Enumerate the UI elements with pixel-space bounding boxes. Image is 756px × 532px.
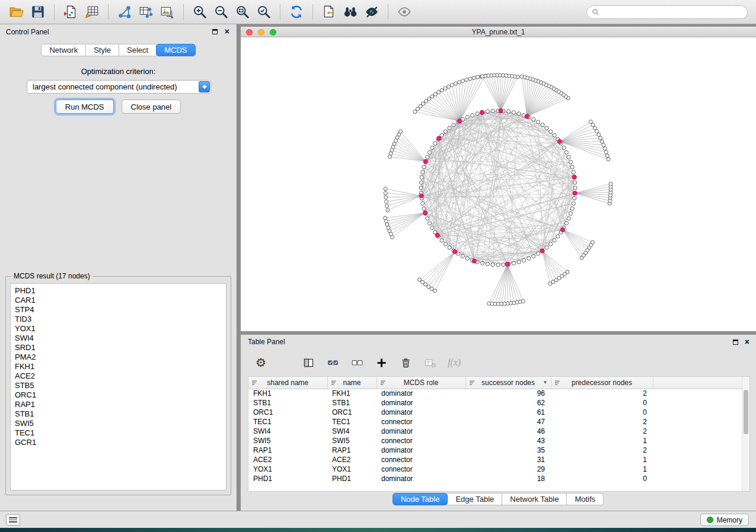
mcds-result-item[interactable]: STB1 <box>11 409 226 419</box>
table-row[interactable]: ORC1ORC1dominator610 <box>248 408 744 417</box>
close-panel-icon[interactable]: × <box>225 26 229 37</box>
import-network-button[interactable] <box>60 2 81 22</box>
import-table-button[interactable] <box>81 2 103 22</box>
table-panel-title: Table Panel <box>248 338 285 346</box>
table-row[interactable]: STB1STB1dominator620 <box>248 398 744 408</box>
mcds-result-item[interactable]: PHD1 <box>11 286 226 296</box>
zoom-out-button[interactable] <box>210 2 232 22</box>
column-header-mcds-role[interactable]: MCDS role <box>377 377 465 389</box>
tab-network[interactable]: Network <box>41 44 86 56</box>
column-header-name[interactable]: name <box>327 377 377 389</box>
refresh-layout-button[interactable] <box>286 2 307 22</box>
table-scrollbar[interactable] <box>742 377 749 491</box>
zoom-fit-button[interactable] <box>232 2 253 22</box>
table-row[interactable]: TEC1TEC1connector472 <box>248 417 744 427</box>
search-box[interactable] <box>586 5 748 19</box>
mcds-result-item[interactable]: SWI4 <box>11 334 226 343</box>
mcds-result-item[interactable]: SWI5 <box>11 419 226 428</box>
tab-style[interactable]: Style <box>86 44 119 56</box>
run-mcds-button[interactable]: Run MCDS <box>56 100 114 114</box>
network-window-title: YPA_prune.txt_1 <box>241 28 756 36</box>
network-from-table-button[interactable] <box>135 2 157 22</box>
table-row[interactable]: FKH1FKH1dominator962 <box>248 389 744 398</box>
tab-motifs[interactable]: Motifs <box>567 493 604 505</box>
tab-network-table[interactable]: Network Table <box>502 493 567 505</box>
close-panel-button[interactable]: Close panel <box>122 100 181 114</box>
graphics-details-icon <box>364 4 379 20</box>
mcds-result-item[interactable]: TID3 <box>11 315 226 324</box>
column-header-shared-name[interactable]: shared name <box>248 377 327 389</box>
tab-node-table[interactable]: Node Table <box>393 493 448 505</box>
cell-predecessor-nodes: 0 <box>551 408 653 417</box>
criterion-dropdown[interactable]: largest connected component (undirected) <box>27 80 211 94</box>
column-header-successor-nodes[interactable]: successor nodes▼ <box>465 377 551 389</box>
mcds-result-item[interactable]: CAR1 <box>11 296 226 305</box>
table-row[interactable]: ACE2ACE2connector311 <box>248 455 744 464</box>
panel-toggle-button[interactable] <box>6 514 20 525</box>
zoom-selected-button[interactable] <box>253 2 275 22</box>
mcds-result-item[interactable]: YOX1 <box>11 324 226 334</box>
mcds-result-item[interactable]: FKH1 <box>11 362 226 371</box>
search-input[interactable] <box>602 8 742 17</box>
mcds-result-item[interactable]: GCR1 <box>11 438 226 447</box>
mcds-result-item[interactable]: TEC1 <box>11 428 226 438</box>
network-from-table-icon <box>138 4 154 20</box>
annotation-button[interactable] <box>318 2 340 22</box>
mcds-result-item[interactable]: ORC1 <box>11 390 226 400</box>
close-table-panel-icon[interactable]: × <box>745 336 749 347</box>
tab-select[interactable]: Select <box>119 44 157 56</box>
tab-edge-table[interactable]: Edge Table <box>448 493 502 505</box>
table-row[interactable]: PHD1PHD1dominator180 <box>248 474 744 483</box>
cell-mcds-role: dominator <box>377 474 465 483</box>
cell-name: RAP1 <box>327 446 377 455</box>
gear-icon: ⚙ <box>256 356 266 369</box>
cell-name: YOX1 <box>327 464 377 474</box>
scrollbar-thumb[interactable] <box>744 390 748 434</box>
new-network-button[interactable] <box>114 2 135 22</box>
search-icon <box>592 8 599 16</box>
mcds-result-item[interactable]: SRD1 <box>11 343 226 352</box>
mcds-result-list[interactable]: PHD1CAR1STP4TID3YOX1SWI4SRD1PMA2FKH1ACE2… <box>10 283 227 491</box>
mcds-result-item[interactable]: STB5 <box>11 381 226 390</box>
cell-name: PHD1 <box>327 474 377 483</box>
show-graphics-button[interactable] <box>361 2 382 22</box>
import-table-icon <box>84 4 100 20</box>
toolbar-separator <box>388 4 388 20</box>
import-network-icon <box>63 4 78 20</box>
float-table-panel-icon[interactable] <box>733 339 738 345</box>
mcds-result-item[interactable]: PMA2 <box>11 352 226 362</box>
table-settings-button[interactable]: ⚙ <box>254 355 268 370</box>
mcds-result-item[interactable]: RAP1 <box>11 400 226 409</box>
add-row-button[interactable] <box>374 355 388 370</box>
criterion-dropdown-value: largest connected component (undirected) <box>33 82 177 91</box>
table-row[interactable]: SWI4SWI4dominator462 <box>248 427 744 436</box>
table-row[interactable]: YOX1YOX1connector291 <box>248 464 744 474</box>
cell-predecessor-nodes: 2 <box>551 389 653 398</box>
memory-button[interactable]: Memory <box>700 514 749 526</box>
cell-successor-nodes: 46 <box>465 427 551 436</box>
mcds-button-row: Run MCDS Close panel <box>0 100 237 114</box>
cell-mcds-role: dominator <box>377 398 465 408</box>
tab-mcds[interactable]: MCDS <box>156 44 195 56</box>
float-panel-icon[interactable] <box>212 29 218 34</box>
show-hide-button[interactable] <box>394 2 415 22</box>
search-network-button[interactable] <box>340 2 361 22</box>
column-header-predecessor-nodes[interactable]: predecessor nodes <box>551 377 653 389</box>
sort-icon <box>469 380 475 386</box>
export-image-button[interactable] <box>157 2 178 22</box>
zoom-in-button[interactable] <box>189 2 210 22</box>
table-row[interactable]: RAP1RAP1dominator352 <box>248 446 744 455</box>
open-folder-button[interactable] <box>6 2 27 22</box>
network-window-titlebar[interactable]: YPA_prune.txt_1 <box>241 27 756 37</box>
deselect-all-button[interactable] <box>350 355 364 370</box>
column-selector-button[interactable] <box>301 355 315 370</box>
cell-successor-nodes: 96 <box>465 389 551 398</box>
network-canvas[interactable] <box>241 38 756 331</box>
table-row[interactable]: SWI5SWI5connector431 <box>248 436 744 446</box>
select-all-button[interactable] <box>326 355 340 370</box>
delete-row-button[interactable] <box>398 355 413 370</box>
mcds-result-item[interactable]: STP4 <box>11 305 226 315</box>
mcds-result-item[interactable]: ACE2 <box>11 371 226 381</box>
save-button[interactable] <box>27 2 49 22</box>
optimization-criterion-label: Optimization criterion: <box>0 67 237 76</box>
